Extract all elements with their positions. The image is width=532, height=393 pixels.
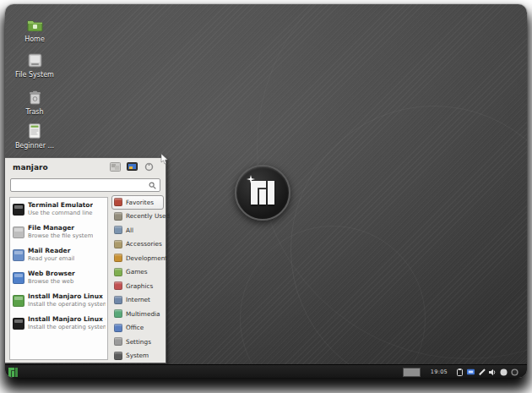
search-input[interactable] — [10, 178, 160, 192]
category-office[interactable]: Office — [111, 321, 164, 336]
category-label: Recently Used — [126, 212, 170, 220]
category-internet[interactable]: Internet — [111, 293, 164, 308]
taskbar-panel: 19:05 — [5, 364, 527, 378]
menu-app-install-cli[interactable]: Install Manjaro Linux (cli)Install the o… — [10, 312, 107, 335]
recently-used-icon — [114, 212, 122, 221]
pen-icon[interactable] — [478, 368, 486, 376]
category-label: System — [126, 352, 149, 359]
app-name: Web Browser — [28, 270, 75, 278]
screenshot-page: HomeFile SystemTrashBeginner ... manjaro — [0, 0, 532, 393]
user-avatar-button[interactable] — [109, 161, 122, 172]
settings-button[interactable] — [126, 161, 138, 172]
trash-icon — [26, 89, 43, 106]
wallpaper-swirl — [240, 226, 426, 378]
terminal-icon — [13, 204, 24, 216]
menu-app-install-gui[interactable]: Install Manjaro LinuxInstall the operati… — [10, 289, 107, 312]
whisker-menu: manjaro — [5, 157, 166, 363]
category-development[interactable]: Development — [111, 251, 164, 265]
category-label: Internet — [126, 296, 150, 303]
applications-menu-button[interactable] — [8, 367, 18, 377]
workspace-pager[interactable] — [403, 368, 421, 377]
updates-icon[interactable] — [511, 368, 518, 376]
wallpaper-swirl — [257, 4, 527, 359]
category-system[interactable]: System — [111, 349, 164, 363]
app-name: Terminal Emulator — [28, 202, 93, 210]
logout-button[interactable] — [143, 161, 155, 172]
desktop-icon-label: Beginner ... — [15, 142, 54, 150]
desktop-icon-label: File System — [15, 71, 54, 79]
settings-icon — [114, 337, 122, 346]
category-settings[interactable]: Settings — [111, 335, 164, 349]
category-label: All — [126, 227, 133, 234]
search-icon — [149, 182, 156, 189]
desktop-icon-home[interactable]: Home — [10, 16, 59, 43]
notifications-icon[interactable] — [500, 368, 508, 376]
menu-app-file-manager[interactable]: File ManagerBrowse the file system — [10, 221, 107, 243]
clock[interactable]: 19:05 — [431, 368, 448, 375]
category-favorites[interactable]: Favorites — [111, 195, 164, 210]
menu-header: manjaro — [5, 158, 166, 175]
display-settings-icon — [127, 162, 138, 172]
manjaro-wallpaper-emblem — [235, 165, 290, 221]
web-browser-icon — [13, 272, 24, 284]
app-name: Install Manjaro Linux — [28, 293, 106, 301]
category-list: FavoritesRecently UsedAllAccessoriesDeve… — [111, 195, 164, 363]
desktop-icon-beginner[interactable]: Beginner ... — [10, 123, 59, 150]
office-icon — [114, 324, 122, 332]
mouse-cursor — [160, 154, 169, 165]
app-name: Install Manjaro Linux (cli) — [28, 316, 106, 324]
beginner-icon — [26, 123, 43, 139]
install-gui-icon — [13, 295, 24, 307]
desktop: HomeFile SystemTrashBeginner ... manjaro — [5, 4, 527, 378]
multimedia-icon — [114, 309, 122, 318]
volume-icon[interactable] — [489, 368, 497, 376]
app-description: Browse the file system — [28, 232, 93, 239]
app-name: Mail Reader — [28, 248, 74, 255]
games-icon — [114, 268, 122, 276]
internet-icon — [114, 296, 122, 304]
menu-app-terminal[interactable]: Terminal EmulatorUse the command line — [10, 198, 107, 221]
category-recently-used[interactable]: Recently Used — [111, 210, 164, 224]
desktop-icon-label: Trash — [25, 108, 43, 116]
menu-app-mail[interactable]: Mail ReaderRead your email — [10, 243, 107, 266]
avatar-icon — [110, 162, 121, 172]
favorites-icon — [114, 198, 122, 206]
category-all[interactable]: All — [111, 223, 164, 237]
system-tray: 19:05 — [403, 365, 518, 378]
app-description: Install the operating system to... — [28, 324, 106, 330]
category-label: Graphics — [126, 282, 153, 290]
category-label: Games — [126, 268, 148, 276]
manjaro-logo-icon — [251, 181, 274, 205]
category-label: Multimedia — [126, 310, 160, 318]
category-graphics[interactable]: Graphics — [111, 279, 164, 293]
sparkle-icon — [247, 175, 255, 183]
category-multimedia[interactable]: Multimedia — [111, 307, 164, 321]
category-label: Office — [126, 324, 144, 331]
mail-icon — [13, 249, 24, 261]
desktop-icon-label: Home — [24, 35, 45, 43]
category-label: Accessories — [126, 240, 162, 248]
app-name: File Manager — [28, 225, 93, 232]
keyboard-layout-icon[interactable] — [467, 368, 475, 376]
accessories-icon — [114, 240, 122, 248]
file-manager-icon — [13, 227, 24, 238]
category-label: Favorites — [126, 199, 154, 206]
wallpaper-swirl — [290, 106, 527, 378]
desktop-icon-trash[interactable]: Trash — [10, 89, 59, 116]
app-description: Install the operating system to... — [28, 301, 106, 308]
app-description: Use the command line — [28, 210, 93, 216]
desktop-icon-file-system[interactable]: File System — [10, 52, 59, 79]
category-accessories[interactable]: Accessories — [111, 237, 164, 252]
development-icon — [114, 254, 122, 262]
category-games[interactable]: Games — [111, 265, 164, 280]
menu-username: manjaro — [13, 163, 48, 172]
clipboard-icon[interactable] — [456, 368, 464, 376]
app-description: Browse the web — [28, 278, 75, 285]
power-icon — [144, 162, 154, 172]
home-icon — [26, 16, 43, 33]
install-cli-icon — [13, 318, 24, 330]
all-icon — [114, 226, 122, 234]
menu-app-web-browser[interactable]: Web BrowserBrowse the web — [10, 266, 107, 289]
file-system-icon — [26, 52, 43, 68]
app-description: Read your email — [28, 255, 74, 262]
